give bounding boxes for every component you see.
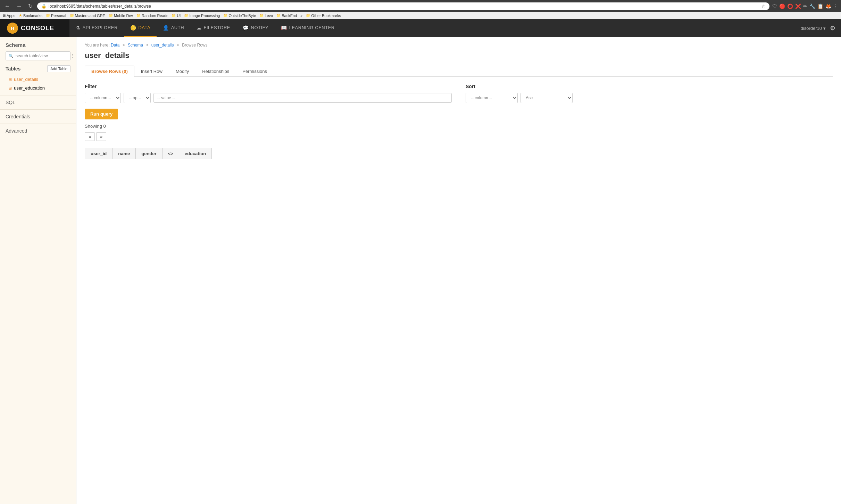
search-box[interactable]: 🔍 ⋮ <box>6 51 70 60</box>
address-bar[interactable]: 🔒 localhost:9695/data/schema/tables/user… <box>37 2 769 10</box>
sort-section: Sort -- column -- Asc Desc <box>466 84 833 103</box>
breadcrumb-table[interactable]: user_details <box>151 43 174 48</box>
col-education: education <box>179 148 211 159</box>
browser-icons: 🛡 🔴 ⭕ ❌ ✏ 🔧 📋 🦊 ⋮ <box>772 3 838 9</box>
bookmark-apps-label: Apps <box>7 14 15 18</box>
sidebar-item-credentials[interactable]: Credentials <box>0 109 76 124</box>
filter-column-select[interactable]: -- column -- <box>85 93 121 103</box>
nav-notify-label: NOTIFY <box>251 25 269 30</box>
more-bookmarks-label: » <box>300 14 302 18</box>
nav-auth-label: AUTH <box>171 25 184 30</box>
bookmark-levo[interactable]: 📁 Levo <box>259 14 273 18</box>
extension-icon-3[interactable]: ❌ <box>795 3 801 9</box>
tab-insert-row[interactable]: Insert Row <box>134 66 169 77</box>
table-head: user_id name gender <> education <box>85 148 212 159</box>
prev-page-button[interactable]: « <box>85 132 95 141</box>
sidebar-item-user-details[interactable]: ⊞ user_details <box>6 75 70 84</box>
bookmark-imageprocessing[interactable]: 📁 Image Processing <box>184 14 220 18</box>
folder-icon: 📁 <box>223 14 227 17</box>
filter-sort-section: Filter -- column -- -- op -- Sort -- col… <box>85 84 833 103</box>
tab-browse-rows[interactable]: Browse Rows (0) <box>85 66 134 77</box>
main-layout: Schema 🔍 ⋮ Tables Add Table ⊞ user_detai… <box>0 37 841 504</box>
extension-icon-1[interactable]: 🔴 <box>779 3 785 9</box>
tab-permissions[interactable]: Permissions <box>236 66 274 77</box>
filter-value-input[interactable] <box>153 93 452 103</box>
data-icon: 🪙 <box>130 25 136 31</box>
col-gender: gender <box>136 148 162 159</box>
data-table: user_id name gender <> education <box>85 148 212 159</box>
app-logo[interactable]: H CONSOLE <box>0 19 69 37</box>
table-icon: ⊞ <box>8 86 12 91</box>
sidebar-item-user-education[interactable]: ⊞ user_education <box>6 84 70 92</box>
next-page-button[interactable]: » <box>96 132 106 141</box>
bookmark-ui-label: UI <box>177 14 181 18</box>
bookmark-apps[interactable]: ⊞ Apps <box>3 14 15 18</box>
bookmark-backend[interactable]: 📁 BackEnd <box>276 14 297 18</box>
bookmark-masters[interactable]: 📁 Masters and GRE <box>70 14 105 18</box>
breadcrumb-data[interactable]: Data <box>111 43 119 48</box>
tab-modify[interactable]: Modify <box>169 66 195 77</box>
notify-icon: 💬 <box>243 25 249 31</box>
forward-button[interactable]: → <box>15 2 24 10</box>
bookmark-more[interactable]: » <box>300 14 302 18</box>
refresh-button[interactable]: ↻ <box>26 2 34 10</box>
extension-icon-6[interactable]: 📋 <box>817 3 823 9</box>
extension-icon-2[interactable]: ⭕ <box>787 3 793 9</box>
folder-icon: 📁 <box>109 14 113 17</box>
sort-controls: -- column -- Asc Desc <box>466 93 833 103</box>
search-input[interactable] <box>16 53 68 58</box>
back-button[interactable]: ← <box>3 2 12 10</box>
bookmark-bookmarks[interactable]: ★ Bookmarks <box>19 13 42 18</box>
run-query-button[interactable]: Run query <box>85 109 118 119</box>
extension-icon-5[interactable]: 🔧 <box>809 3 815 9</box>
filestore-icon: ☁ <box>197 25 202 31</box>
breadcrumb-schema[interactable]: Schema <box>128 43 143 48</box>
breadcrumb-sep-1: > <box>123 43 125 48</box>
bookmark-outsidethebyte[interactable]: 📁 OutsideTheByte <box>223 14 256 18</box>
extension-icon-4[interactable]: ✏ <box>803 3 807 9</box>
user-menu[interactable]: disorder10 ▾ <box>801 26 826 31</box>
nav-notify[interactable]: 💬 NOTIFY <box>236 19 275 37</box>
star-icon[interactable]: ☆ <box>761 4 765 9</box>
nav-api-explorer[interactable]: ⚗ API EXPLORER <box>69 19 124 37</box>
run-query-section: Run query <box>85 109 833 124</box>
sort-column-select[interactable]: -- column -- <box>466 93 518 103</box>
filter-op-select[interactable]: -- op -- <box>124 93 151 103</box>
username-label: disorder10 <box>801 26 822 31</box>
add-table-button[interactable]: Add Table <box>47 65 70 72</box>
tab-relationships[interactable]: Relationships <box>195 66 236 77</box>
sidebar-item-advanced[interactable]: Advanced <box>0 124 76 138</box>
bookmark-levo-label: Levo <box>265 14 273 18</box>
table-header-row: user_id name gender <> education <box>85 148 212 159</box>
bookmark-ui[interactable]: 📁 UI <box>172 14 181 18</box>
nav-data[interactable]: 🪙 DATA <box>124 19 157 37</box>
app-name-label: CONSOLE <box>21 25 54 32</box>
col-relationship-arrow: <> <box>162 148 179 159</box>
sidebar-item-sql[interactable]: SQL <box>0 95 76 109</box>
folder-icon: 📁 <box>259 14 264 17</box>
extension-icon-abp[interactable]: 🛡 <box>772 3 777 9</box>
bookmark-randomreads[interactable]: 📁 Random Reads <box>136 14 168 18</box>
filter-section: Filter -- column -- -- op -- <box>85 84 452 103</box>
nav-auth[interactable]: 👤 AUTH <box>157 19 190 37</box>
table-name-user-details: user_details <box>14 77 38 82</box>
folder-icon: 📁 <box>172 14 176 17</box>
sidebar: Schema 🔍 ⋮ Tables Add Table ⊞ user_detai… <box>0 37 76 504</box>
nav-data-label: DATA <box>138 25 150 30</box>
bookmark-mobiledev[interactable]: 📁 Mobile Dev <box>109 14 133 18</box>
nav-learning[interactable]: 📖 LEARNING CENTER <box>275 19 341 37</box>
menu-icon[interactable]: ⋮ <box>833 3 838 9</box>
browser-chrome: ← → ↻ 🔒 localhost:9695/data/schema/table… <box>0 0 841 12</box>
search-more-icon[interactable]: ⋮ <box>70 53 75 59</box>
folder-icon: 📁 <box>46 14 50 17</box>
bookmark-other[interactable]: 📁 Other Bookmarks <box>306 14 341 18</box>
bookmark-personal[interactable]: 📁 Personal <box>46 14 66 18</box>
bookmark-bookmarks-label: Bookmarks <box>23 14 42 18</box>
extension-icon-7[interactable]: 🦊 <box>825 3 831 9</box>
bookmark-randomreads-label: Random Reads <box>142 14 168 18</box>
bookmark-personal-label: Personal <box>51 14 66 18</box>
nav-filestore[interactable]: ☁ FILESTORE <box>190 19 236 37</box>
settings-icon[interactable]: ⚙ <box>830 24 835 32</box>
folder-icon: 📁 <box>136 14 141 17</box>
sort-order-select[interactable]: Asc Desc <box>521 93 573 103</box>
